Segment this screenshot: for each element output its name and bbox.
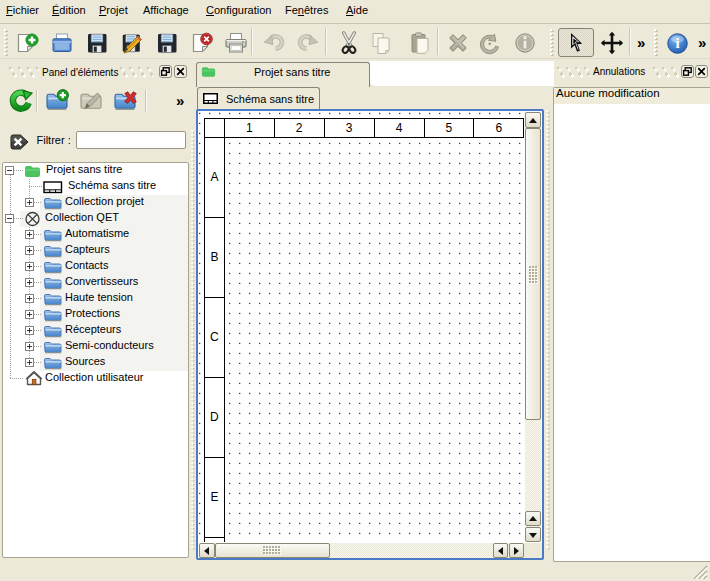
- svg-text:B: B: [210, 250, 218, 264]
- svg-text:4: 4: [396, 121, 403, 135]
- svg-text:i: i: [675, 35, 679, 51]
- svg-text:D: D: [210, 410, 219, 424]
- svg-text:3: 3: [346, 121, 353, 135]
- svg-text:1: 1: [246, 121, 253, 135]
- svg-text:C: C: [210, 330, 219, 344]
- svg-text:2: 2: [296, 121, 303, 135]
- svg-text:E: E: [210, 490, 218, 504]
- svg-text:6: 6: [496, 121, 503, 135]
- svg-text:A: A: [210, 170, 218, 184]
- svg-text:5: 5: [446, 121, 453, 135]
